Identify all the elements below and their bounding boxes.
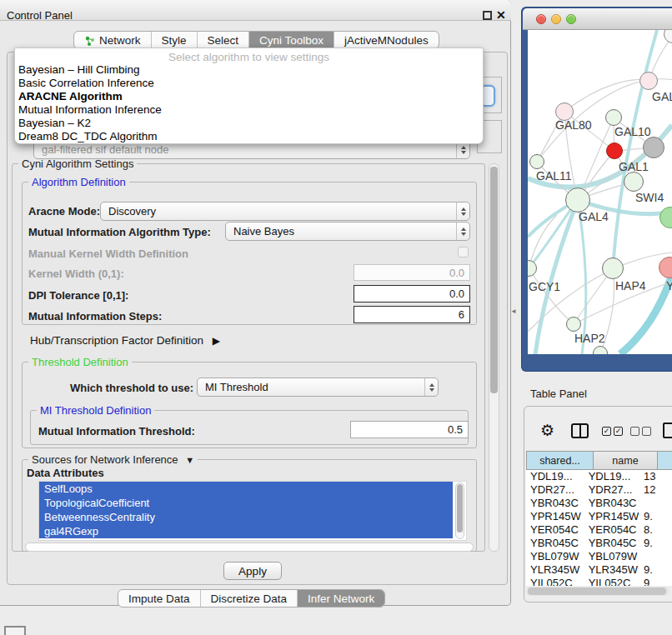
table-cell: YPR145W <box>584 510 639 523</box>
table-cell: YDR27... <box>584 483 639 497</box>
network-node[interactable] <box>643 137 664 158</box>
hub-section-header[interactable]: Hub/Transcription Factor Definition ▶ <box>30 334 220 347</box>
which-threshold-combobox[interactable]: MI Threshold <box>197 378 439 397</box>
attribute-list-item[interactable]: BetweennessCentrality <box>39 510 453 524</box>
node-label: GAL <box>652 90 672 103</box>
algorithm-menu-item[interactable]: Bayesian – Hill Climbing <box>15 63 483 77</box>
algorithm-menu-item[interactable]: ARACNE Algorithm <box>15 90 483 103</box>
attributes-scrollbar-thumb[interactable] <box>457 484 463 532</box>
sources-title-wrap[interactable]: Sources for Network Inference ▼ <box>28 453 198 466</box>
network-node[interactable] <box>566 317 581 332</box>
document-icon[interactable] <box>663 422 672 438</box>
manual-kernel-checkbox[interactable] <box>458 247 469 258</box>
node-label: HAP2 <box>574 332 605 345</box>
unchecked-columns-icon[interactable] <box>630 427 651 436</box>
algorithm-dropdown-prompt: Select algorithm to view settings <box>15 51 483 63</box>
attribute-list-item[interactable]: TopologicalCoefficient <box>39 496 453 510</box>
network-node[interactable] <box>639 72 658 90</box>
table-cell: YIL052C <box>526 577 584 586</box>
table-cell <box>639 550 672 563</box>
sources-title: Sources for Network Inference <box>32 453 178 466</box>
checked-columns-icon[interactable]: ✓ ✓ <box>602 427 623 436</box>
stepper-icon <box>456 202 469 220</box>
table-column-header[interactable]: shared... <box>526 451 594 470</box>
checkbox-checked-icon: ✓ <box>614 427 623 436</box>
algorithm-menu-item[interactable]: Mutual Information Inference <box>15 103 483 117</box>
attributes-hscrollbar[interactable] <box>25 542 474 552</box>
tab-discretize-data[interactable]: Discretize Data <box>200 590 298 607</box>
network-node[interactable] <box>605 109 622 126</box>
node-label: HAP4 <box>615 279 646 292</box>
apply-button[interactable]: Apply <box>223 562 282 580</box>
mi-threshold-field[interactable]: 0.5 <box>350 421 469 438</box>
float-window-icon[interactable] <box>483 11 492 20</box>
split-table-icon[interactable] <box>571 423 589 438</box>
kernel-width-field[interactable]: 0.0 <box>354 264 470 281</box>
tab-network[interactable]: Network <box>74 32 151 48</box>
algorithm-menu-item[interactable]: Dream8 DC_TDC Algorithm <box>15 130 483 143</box>
close-traffic-light-icon[interactable] <box>536 14 546 24</box>
table-column-header[interactable] <box>658 451 672 470</box>
mi-type-combobox[interactable]: Naive Bayes <box>225 222 470 241</box>
table-cell: YER054C <box>526 523 584 537</box>
table-row[interactable]: YBR043CYBR043C <box>526 497 672 510</box>
tab-cyni-toolbox[interactable]: Cyni Toolbox <box>248 32 333 48</box>
table-cell: YLR345W <box>584 563 639 577</box>
data-attributes-list[interactable]: SelfLoopsTopologicalCoefficientBetweenne… <box>38 481 467 541</box>
tab-jactivemnodules[interactable]: jActiveMNodules <box>333 32 439 48</box>
node-label: Y <box>666 279 672 292</box>
collapse-right-icon[interactable]: ▶ <box>213 335 220 347</box>
table-column-header[interactable]: name <box>594 451 658 470</box>
table-row[interactable]: YBL079WYBL079W <box>526 550 672 563</box>
network-node[interactable] <box>624 172 644 192</box>
zoom-traffic-light-icon[interactable] <box>566 14 576 24</box>
tab-label: Impute Data <box>128 592 190 605</box>
aracne-mode-combobox[interactable]: Discovery <box>100 202 470 221</box>
tab-impute-data[interactable]: Impute Data <box>118 590 200 607</box>
network-node[interactable] <box>606 142 623 159</box>
settings-scrollbar-thumb[interactable] <box>490 167 498 393</box>
tab-infer-network[interactable]: Infer Network <box>297 590 384 607</box>
close-icon[interactable]: ✕ <box>496 8 506 22</box>
algorithm-definition-title: Algorithm Definition <box>28 176 129 188</box>
network-node[interactable] <box>565 188 590 212</box>
table-cell: 12 <box>639 483 672 497</box>
table-cell: YBR045C <box>584 537 639 550</box>
checkbox-empty-icon <box>630 427 639 436</box>
table-hscrollbar-thumb[interactable] <box>528 588 666 595</box>
checkbox-empty-icon <box>642 427 651 436</box>
table-row[interactable]: YDL19...YDL19...13 <box>526 470 672 483</box>
table-row[interactable]: YIL052CYIL052C9 <box>526 577 672 586</box>
network-canvas[interactable]: GALGAL80GAL10GAL1SWI4GAL11GAL4GCY1HAP4YH… <box>528 30 672 354</box>
table-cell: YBR045C <box>526 537 584 550</box>
table-row[interactable]: YBR045CYBR045C9. <box>526 537 672 550</box>
table-row[interactable]: YPR145WYPR145W9. <box>526 510 672 523</box>
table-row[interactable]: YDR27...YDR27...12 <box>526 483 672 497</box>
table-cell: YIL052C <box>584 577 639 586</box>
table-row[interactable]: YER054CYER054C8. <box>526 523 672 537</box>
mi-steps-field[interactable]: 6 <box>354 306 470 323</box>
splitter-handle-icon[interactable]: ◄ <box>510 308 517 315</box>
minimized-panel-icon[interactable] <box>4 626 26 635</box>
table-cell: 9 <box>639 577 672 586</box>
hub-section-label: Hub/Transcription Factor Definition <box>30 334 203 347</box>
algorithm-menu-item[interactable]: Bayesian – K2 <box>15 117 483 130</box>
dpi-tolerance-field[interactable]: 0.0 <box>354 285 470 302</box>
table-cell: 9. <box>639 510 672 523</box>
algorithm-dropdown-popup: Select algorithm to view settings Bayesi… <box>14 48 484 144</box>
table-row[interactable]: YLR345WYLR345W9. <box>526 563 672 577</box>
table-cell <box>639 497 672 510</box>
table-panel-title: Table Panel <box>530 388 587 400</box>
table-cell: YBL079W <box>584 550 639 563</box>
network-node[interactable] <box>529 154 544 169</box>
checkbox-checked-icon: ✓ <box>602 427 611 436</box>
attribute-list-item[interactable]: gal4RGexp <box>39 524 453 538</box>
tab-style[interactable]: Style <box>151 32 197 48</box>
attribute-list-item[interactable]: SelfLoops <box>39 482 453 496</box>
collapse-down-icon[interactable]: ▼ <box>185 455 194 465</box>
gear-icon[interactable]: ⚙ <box>540 422 554 438</box>
minimize-traffic-light-icon[interactable] <box>551 14 561 24</box>
network-node[interactable] <box>602 258 624 279</box>
algorithm-menu-item[interactable]: Basic Correlation Inference <box>15 77 483 90</box>
tab-select[interactable]: Select <box>197 32 249 48</box>
